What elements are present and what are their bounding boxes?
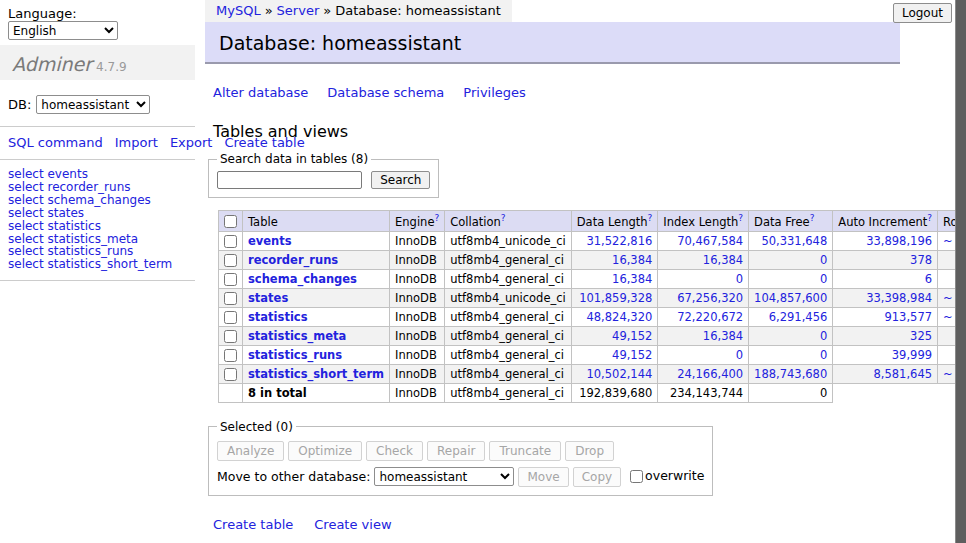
table-name-link[interactable]: statistics_runs [248, 348, 342, 362]
auto-increment-link[interactable]: 39,999 [838, 348, 932, 362]
table-name-link[interactable]: statistics_meta [248, 329, 346, 343]
selected-action-button[interactable]: Repair [427, 441, 485, 461]
sidebar-action-link[interactable]: SQL command [8, 135, 103, 150]
data-free-link[interactable]: 0 [754, 348, 827, 362]
index-length-link[interactable]: 72,220,672 [663, 310, 743, 324]
data-free-link[interactable]: 0 [754, 329, 827, 343]
language-select[interactable]: English [8, 21, 118, 40]
index-length-link[interactable]: 0 [663, 272, 743, 286]
data-free-link[interactable]: 0 [754, 253, 827, 267]
table-name-link[interactable]: statistics [248, 310, 308, 324]
sidebar-divider [0, 280, 195, 281]
table-name-link[interactable]: events [248, 234, 292, 248]
data-free-link[interactable]: 6,291,456 [754, 310, 827, 324]
row-checkbox[interactable] [224, 235, 237, 248]
index-length-link[interactable]: 24,166,400 [663, 367, 743, 381]
selected-action-button[interactable]: Truncate [489, 441, 561, 461]
create-link[interactable]: Create view [314, 517, 391, 532]
auto-increment-link[interactable]: 33,398,984 [838, 291, 932, 305]
sidebar-action-link[interactable]: Import [115, 135, 158, 150]
sidebar-table-link[interactable]: select statistics_meta [8, 232, 138, 246]
row-checkbox[interactable] [224, 254, 237, 267]
auto-increment-link[interactable]: 6 [838, 272, 932, 286]
auto-increment-cell: 33,898,196 [833, 231, 938, 250]
sidebar-table-link[interactable]: select recorder_runs [8, 180, 131, 194]
select-all-checkbox[interactable] [224, 215, 237, 228]
table-name-link[interactable]: states [248, 291, 288, 305]
data-free-link[interactable]: 0 [754, 272, 827, 286]
selected-action-button[interactable]: Analyze [217, 441, 284, 461]
sidebar-table-link[interactable]: select statistics [8, 219, 101, 233]
logout-button[interactable]: Logout [893, 3, 952, 23]
data-length-link[interactable]: 16,384 [577, 272, 653, 286]
search-input[interactable] [217, 171, 362, 189]
selected-action-button[interactable]: Drop [565, 441, 614, 461]
database-action-link[interactable]: Database schema [327, 85, 444, 100]
breadcrumb-server-link[interactable]: Server [277, 3, 320, 18]
table-name-link[interactable]: recorder_runs [248, 253, 338, 267]
selected-action-button[interactable]: Check [366, 441, 423, 461]
row-checkbox[interactable] [224, 368, 237, 381]
auto-increment-link[interactable]: 325 [838, 329, 932, 343]
index-length-link[interactable]: 0 [663, 348, 743, 362]
data-length-link[interactable]: 10,502,144 [577, 367, 653, 381]
database-action-link[interactable]: Alter database [213, 85, 308, 100]
index-length-link[interactable]: 67,256,320 [663, 291, 743, 305]
db-select[interactable]: homeassistant [36, 95, 150, 114]
sidebar-table-link[interactable]: select statistics_short_term [8, 257, 172, 271]
breadcrumb-mysql-link[interactable]: MySQL [216, 3, 261, 18]
sidebar-table-link[interactable]: select events [8, 167, 88, 181]
help-link[interactable]: ? [927, 213, 932, 223]
data-length-link[interactable]: 31,522,816 [577, 234, 653, 248]
help-link[interactable]: ? [434, 213, 439, 223]
sidebar-table-link[interactable]: select states [8, 206, 84, 220]
data-free-link[interactable]: 50,331,648 [754, 234, 827, 248]
auto-increment-link[interactable]: 378 [838, 253, 932, 267]
data-free-link[interactable]: 104,857,600 [754, 291, 827, 305]
help-link[interactable]: ? [501, 213, 506, 223]
sidebar-table-link[interactable]: select schema_changes [8, 193, 151, 207]
index-length-link[interactable]: 16,384 [663, 329, 743, 343]
database-action-link[interactable]: Privileges [463, 85, 526, 100]
data-free-link[interactable]: 188,743,680 [754, 367, 827, 381]
search-button[interactable]: Search [371, 171, 430, 189]
row-checkbox[interactable] [224, 273, 237, 286]
index-length-link[interactable]: 16,384 [663, 253, 743, 267]
auto-increment-link[interactable]: 8,581,645 [838, 367, 932, 381]
sidebar-table-link[interactable]: select statistics_runs [8, 244, 133, 258]
row-checkbox[interactable] [224, 330, 237, 343]
sidebar-action-links: SQL commandImportExportCreate table [8, 134, 187, 151]
data-length-link[interactable]: 49,152 [577, 348, 653, 362]
vertical-scrollbar[interactable] [955, 0, 966, 543]
copy-button[interactable]: Copy [573, 467, 621, 487]
table-name-link[interactable]: schema_changes [248, 272, 357, 286]
move-db-select[interactable]: homeassistant [374, 467, 514, 486]
row-checkbox[interactable] [224, 292, 237, 305]
row-checkbox[interactable] [224, 349, 237, 362]
row-checkbox[interactable] [224, 311, 237, 324]
help-link[interactable]: ? [810, 213, 815, 223]
data-length-link[interactable]: 16,384 [577, 253, 653, 267]
index-length-link[interactable]: 70,467,584 [663, 234, 743, 248]
auto-increment-link[interactable]: 913,577 [838, 310, 932, 324]
row-checkbox-cell [219, 364, 243, 383]
table-row: states InnoDB utf8mb4_unicode_ci 101,859… [219, 288, 966, 307]
selected-action-button[interactable]: Optimize [288, 441, 362, 461]
data-length-link[interactable]: 101,859,328 [577, 291, 653, 305]
table-name-cell: statistics_meta [243, 326, 390, 345]
tables-overview-table: TableEngine?Collation?Data Length?Index … [218, 210, 966, 403]
help-link[interactable]: ? [738, 213, 743, 223]
auto-increment-link[interactable]: 33,898,196 [838, 234, 932, 248]
table-footer: 8 in total InnoDB utf8mb4_general_ci 192… [219, 383, 966, 402]
index-length-cell: 0 [658, 345, 749, 364]
move-button[interactable]: Move [518, 467, 568, 487]
overwrite-label[interactable]: overwrite [645, 468, 704, 483]
overwrite-checkbox[interactable] [630, 470, 643, 483]
data-length-link[interactable]: 48,824,320 [577, 310, 653, 324]
main-content: Alter databaseDatabase schemaPrivileges … [195, 85, 966, 543]
create-link[interactable]: Create table [213, 517, 293, 532]
help-link[interactable]: ? [648, 213, 653, 223]
data-length-link[interactable]: 49,152 [577, 329, 653, 343]
table-name-link[interactable]: statistics_short_term [248, 367, 384, 381]
app-logo[interactable]: Adminer [12, 53, 92, 75]
